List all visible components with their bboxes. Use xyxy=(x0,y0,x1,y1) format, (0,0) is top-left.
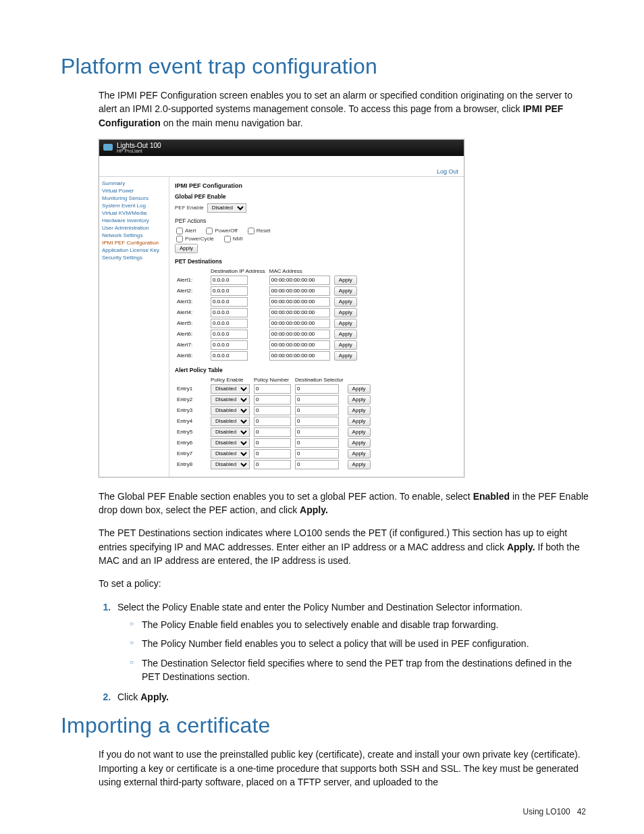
pet-ip-input[interactable] xyxy=(211,319,248,328)
pet-apply-button[interactable]: Apply xyxy=(334,330,357,339)
policy-number-input[interactable] xyxy=(254,460,291,469)
pet-header-ip: Destination IP Address xyxy=(209,267,267,275)
policy-row-label: Entry1 xyxy=(175,384,209,394)
pet-row-label: Alert8: xyxy=(175,350,209,361)
policy-selector-input[interactable] xyxy=(295,395,339,405)
policy-enable-select[interactable]: Disabled xyxy=(211,384,250,394)
pet-apply-button[interactable]: Apply xyxy=(334,351,357,361)
pet-row: Alert3:Apply xyxy=(175,296,359,307)
pef-enable-label: PEF Enable xyxy=(175,205,204,211)
pet-mac-input[interactable] xyxy=(269,319,330,328)
sidebar-item-ipmi-pef-configuration[interactable]: IPMI PEF Configuration xyxy=(102,239,166,246)
policy-enable-select[interactable]: Disabled xyxy=(211,438,250,448)
policy-enable-select[interactable]: Disabled xyxy=(211,395,250,405)
policy-number-input[interactable] xyxy=(254,395,291,405)
pet-mac-input[interactable] xyxy=(269,286,330,296)
pet-ip-input[interactable] xyxy=(211,297,248,307)
policy-selector-input[interactable] xyxy=(295,438,339,448)
policy-enable-select[interactable]: Disabled xyxy=(211,406,250,415)
policy-selector-input[interactable] xyxy=(295,384,339,394)
step-1: Select the Policy Enable state and enter… xyxy=(113,600,590,683)
pet-mac-input[interactable] xyxy=(269,297,330,307)
policy-apply-button[interactable]: Apply xyxy=(348,417,371,426)
pef-action-powercycle[interactable]: PowerCycle xyxy=(176,236,214,242)
policy-apply-button[interactable]: Apply xyxy=(348,427,371,437)
pet-apply-button[interactable]: Apply xyxy=(334,276,357,285)
pet-ip-input[interactable] xyxy=(211,351,248,361)
policy-selector-input[interactable] xyxy=(295,417,339,426)
sidebar-item-summary[interactable]: Summary xyxy=(102,180,166,187)
pet-row-label: Alert3: xyxy=(175,296,209,307)
pet-mac-input[interactable] xyxy=(269,276,330,285)
pet-row-label: Alert2: xyxy=(175,286,209,296)
policy-selector-input[interactable] xyxy=(295,460,339,469)
pet-ip-input[interactable] xyxy=(211,286,248,296)
policy-apply-button[interactable]: Apply xyxy=(348,460,371,469)
pet-apply-button[interactable]: Apply xyxy=(334,340,357,350)
policy-enable-select[interactable]: Disabled xyxy=(211,417,250,426)
pef-enable-select[interactable]: Disabled xyxy=(207,203,246,213)
step1-sub-item: The Policy Enable field enables you to s… xyxy=(130,618,590,631)
pef-action-reset-checkbox[interactable] xyxy=(248,228,254,234)
sidebar-item-user-administration[interactable]: User Administration xyxy=(102,224,166,232)
sidebar-item-application-license-key[interactable]: Application License Key xyxy=(102,246,166,254)
pef-action-alert[interactable]: Alert xyxy=(176,228,196,234)
pef-action-powercycle-checkbox[interactable] xyxy=(176,236,183,242)
ipmi-pef-app: Lights-Out 100 HP ProLiant Log Out Summa… xyxy=(99,139,464,477)
policy-number-input[interactable] xyxy=(254,438,291,448)
policy-number-input[interactable] xyxy=(254,384,291,394)
sidebar-item-virtual-power[interactable]: Virtual Power xyxy=(102,187,166,194)
pef-action-poweroff-checkbox[interactable] xyxy=(206,228,213,234)
pet-row: Alert7:Apply xyxy=(175,340,359,350)
pef-action-reset[interactable]: Reset xyxy=(248,228,271,234)
policy-number-input[interactable] xyxy=(254,427,291,437)
pet-mac-input[interactable] xyxy=(269,340,330,350)
pet-apply-button[interactable]: Apply xyxy=(334,286,357,296)
sidebar-item-virtual-kvm-media[interactable]: Virtual KVM/Media xyxy=(102,209,166,217)
pet-mac-input[interactable] xyxy=(269,308,330,317)
pet-mac-input[interactable] xyxy=(269,351,330,361)
pet-row-label: Alert1: xyxy=(175,275,209,286)
sidebar-item-network-settings[interactable]: Network Settings xyxy=(102,232,166,239)
section-heading-cert: Importing a certificate xyxy=(61,713,590,738)
step1-sub-item: The Policy Number field enables you to s… xyxy=(130,637,590,650)
policy-enable-select[interactable]: Disabled xyxy=(211,460,250,469)
sidebar-item-system-event-log[interactable]: System Event Log xyxy=(102,202,166,209)
policy-enable-select[interactable]: Disabled xyxy=(211,427,250,437)
policy-number-input[interactable] xyxy=(254,406,291,415)
pet-apply-button[interactable]: Apply xyxy=(334,308,357,317)
policy-apply-button[interactable]: Apply xyxy=(348,384,371,394)
policy-row: Entry7DisabledApply xyxy=(175,448,373,459)
pef-action-poweroff[interactable]: PowerOff xyxy=(206,228,237,234)
policy-apply-button[interactable]: Apply xyxy=(348,395,371,405)
pef-action-nmi-checkbox[interactable] xyxy=(224,236,231,242)
policy-number-input[interactable] xyxy=(254,417,291,426)
global-apply-button[interactable]: Apply xyxy=(175,244,198,253)
pet-ip-input[interactable] xyxy=(211,276,248,285)
pet-ip-input[interactable] xyxy=(211,308,248,317)
sidebar-item-security-settings[interactable]: Security Settings xyxy=(102,254,166,261)
policy-selector-input[interactable] xyxy=(295,406,339,415)
pet-ip-input[interactable] xyxy=(211,330,248,339)
pet-row: Alert6:Apply xyxy=(175,329,359,340)
pet-apply-button[interactable]: Apply xyxy=(334,297,357,307)
policy-apply-button[interactable]: Apply xyxy=(348,449,371,459)
pef-action-alert-checkbox[interactable] xyxy=(176,228,183,234)
policy-apply-button[interactable]: Apply xyxy=(348,438,371,448)
policy-selector-input[interactable] xyxy=(295,449,339,459)
policy-selector-input[interactable] xyxy=(295,427,339,437)
pet-apply-button[interactable]: Apply xyxy=(334,319,357,328)
pef-action-nmi[interactable]: NMI xyxy=(224,236,243,242)
pet-row-label: Alert7: xyxy=(175,340,209,350)
policy-number-input[interactable] xyxy=(254,449,291,459)
policy-apply-button[interactable]: Apply xyxy=(348,406,371,415)
policy-row: Entry5DisabledApply xyxy=(175,427,373,438)
pet-mac-input[interactable] xyxy=(269,330,330,339)
pet-ip-input[interactable] xyxy=(211,340,248,350)
sidebar-item-hardware-inventory[interactable]: Hardware Inventory xyxy=(102,217,166,224)
pet-row: Alert8:Apply xyxy=(175,350,359,361)
policy-enable-select[interactable]: Disabled xyxy=(211,449,250,459)
sidebar-item-monitoring-sensors[interactable]: Monitoring Sensors xyxy=(102,194,166,202)
policy-row: Entry4DisabledApply xyxy=(175,416,373,427)
log-out-link[interactable]: Log Out xyxy=(437,168,458,175)
